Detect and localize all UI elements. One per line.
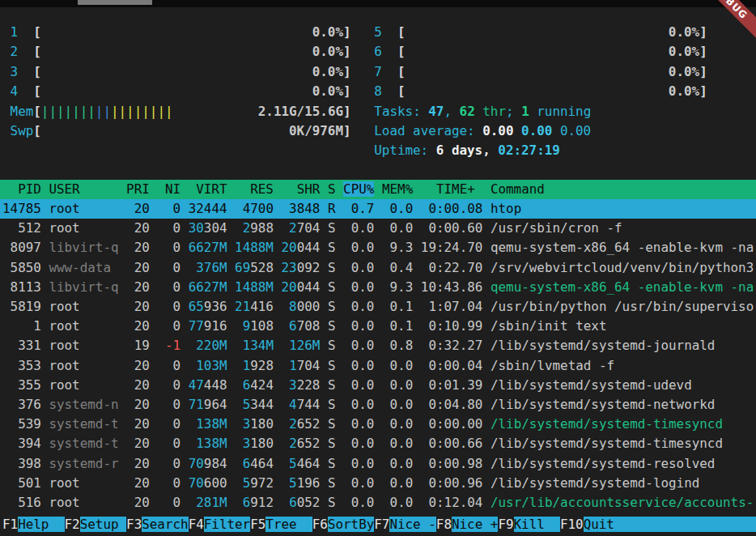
swap-meter: Swp[ 0K/976M] xyxy=(2,123,374,138)
process-row-1[interactable]: 1 root 20 0 77916 9108 6708 S 0.0 0.1 0:… xyxy=(2,318,606,334)
process-row-539[interactable]: 539 systemd-t 20 0 138M 3180 2652 S 0.0 … xyxy=(2,416,723,432)
terminal-line: Mem[||||||||||||||||| 2.11G/15.6G] Tasks… xyxy=(2,102,591,121)
terminal-line: 2 [ 0.0%] 6 [ 0.0%] xyxy=(2,42,707,62)
fkey-bar: F1Help F2Setup F3SearchF4FilterF5Tree F6… xyxy=(2,513,756,536)
fkey-f4[interactable]: F4Filter xyxy=(189,517,251,532)
process-row-14785[interactable]: 14785 root 20 0 32444 4700 3848 R 0.7 0.… xyxy=(2,201,521,216)
process-row-5850[interactable]: 5850 www-data 20 0 376M 69528 23092 S 0.… xyxy=(2,258,754,278)
cpu-meter-3: 3 [ 0.0%] xyxy=(2,64,374,79)
process-row-512[interactable]: 512 root 20 0 30304 2988 2704 S 0.0 0.0 … xyxy=(2,220,622,236)
uptime: Uptime: 6 days, 02:27:19 xyxy=(2,143,560,158)
terminal-line: 4 [ 0.0%] 8 [ 0.0%] xyxy=(2,82,707,101)
process-row-516[interactable]: 516 root 20 0 281M 6912 6052 S 0.0 0.0 0… xyxy=(2,493,754,513)
process-row-5819[interactable]: 5819 root 20 0 65936 21416 8000 S 0.0 0.… xyxy=(2,299,754,314)
column-header-cpu-sort[interactable]: CPU% xyxy=(343,181,374,197)
fkey-f3[interactable]: F3Search xyxy=(126,517,189,532)
process-row-516[interactable]: 516 root 20 0 281M 6912 6052 S 0.0 0.0 0… xyxy=(2,495,754,510)
cpu-meter-7: 7 [ 0.0%] xyxy=(374,64,707,79)
process-row-501[interactable]: 501 root 20 0 70600 5972 5196 S 0.0 0.0 … xyxy=(2,475,699,491)
column-header-user[interactable]: USER xyxy=(49,181,118,197)
process-row-8097[interactable]: 8097 libvirt-q 20 0 6627M 1488M 20044 S … xyxy=(2,238,754,257)
column-header-ni[interactable]: NI xyxy=(157,181,181,197)
terminal-line: Uptime: 6 days, 02:27:19 xyxy=(2,141,560,160)
process-row-353[interactable]: 353 root 20 0 103M 1928 1704 S 0.0 0.0 0… xyxy=(2,356,614,376)
table-header[interactable]: PID USER PRI NI VIRT RES SHR S CPU% MEM%… xyxy=(0,180,756,199)
memory-meter: Mem[||||||||||||||||| 2.11G/15.6G] xyxy=(2,104,374,119)
htop-terminal-screen: DEBUG 1 [ 0.0%] 5 [ 0.0%] 2 [ 0.0%] 6 [ … xyxy=(0,0,756,536)
column-header-time[interactable]: TIME+ xyxy=(436,181,475,197)
column-header-mem[interactable]: MEM% xyxy=(382,181,413,197)
fkey-f6[interactable]: F6SortBy xyxy=(312,517,375,532)
process-row-331[interactable]: 331 root 19 -1 220M 134M 126M S 0.0 0.8 … xyxy=(2,336,715,355)
column-header-command[interactable]: Command xyxy=(491,181,545,197)
cpu-meter-1: 1 [ 0.0%] xyxy=(2,24,374,40)
process-row-501[interactable]: 501 root 20 0 70600 5972 5196 S 0.0 0.0 … xyxy=(2,474,699,493)
load-average: Load average: 0.00 0.00 0.00 xyxy=(374,123,591,138)
terminal-line: 3 [ 0.0%] 7 [ 0.0%] xyxy=(2,62,707,82)
column-header-pid[interactable]: PID xyxy=(2,181,41,197)
cpu-meter-8: 8 [ 0.0%] xyxy=(374,83,707,99)
terminal-line: Swp[ 0K/976M] Load average: 0.00 0.00 0.… xyxy=(2,121,591,141)
process-row-5819[interactable]: 5819 root 20 0 65936 21416 8000 S 0.0 0.… xyxy=(2,297,754,317)
process-row-14785[interactable]: 14785 root 20 0 32444 4700 3848 R 0.7 0.… xyxy=(0,199,756,219)
process-row-331[interactable]: 331 root 19 -1 220M 134M 126M S 0.0 0.8 … xyxy=(2,338,715,353)
debug-ribbon-band: DEBUG xyxy=(689,0,756,45)
fkey-f9[interactable]: F9Kill xyxy=(498,517,560,532)
process-row-394[interactable]: 394 systemd-t 20 0 138M 3180 2652 S 0.0 … xyxy=(2,434,723,453)
column-header-pri[interactable]: PRI xyxy=(126,181,150,197)
process-row-355[interactable]: 355 root 20 0 47448 6424 3228 S 0.0 0.0 … xyxy=(2,377,692,393)
process-row-1[interactable]: 1 root 20 0 77916 9108 6708 S 0.0 0.1 0:… xyxy=(2,317,606,336)
cpu-meter-4: 4 [ 0.0%] xyxy=(2,83,374,99)
process-row-376[interactable]: 376 systemd-n 20 0 71964 5344 4744 S 0.0… xyxy=(2,397,715,412)
fkey-f2[interactable]: F2Setup xyxy=(65,517,127,532)
process-row-398[interactable]: 398 systemd-r 20 0 70984 6464 5464 S 0.0… xyxy=(2,454,715,474)
process-row-355[interactable]: 355 root 20 0 47448 6424 3228 S 0.0 0.0 … xyxy=(2,376,692,395)
process-row-8113[interactable]: 8113 libvirt-q 20 0 6627M 1488M 20044 S … xyxy=(2,279,754,295)
process-row-512[interactable]: 512 root 20 0 30304 2988 2704 S 0.0 0.0 … xyxy=(2,219,622,238)
debug-ribbon: DEBUG xyxy=(682,0,756,52)
fkey-f5[interactable]: F5Tree xyxy=(250,517,312,532)
process-row-8113[interactable]: 8113 libvirt-q 20 0 6627M 1488M 20044 S … xyxy=(2,278,754,297)
tasks-summary: Tasks: 47, 62 thr; 1 running xyxy=(374,104,591,119)
fkey-f8[interactable]: F8Nice + xyxy=(436,517,499,532)
column-header-res[interactable]: RES xyxy=(235,181,274,197)
terminal-tab-indicator[interactable] xyxy=(78,0,152,5)
column-header-virt[interactable]: VIRT xyxy=(189,181,227,197)
process-row-8097[interactable]: 8097 libvirt-q 20 0 6627M 1488M 20044 S … xyxy=(2,240,754,255)
process-row-394[interactable]: 394 systemd-t 20 0 138M 3180 2652 S 0.0 … xyxy=(2,436,723,451)
cpu-meter-5: 5 [ 0.0%] xyxy=(374,24,707,40)
process-row-398[interactable]: 398 systemd-r 20 0 70984 6464 5464 S 0.0… xyxy=(2,456,715,471)
terminal-line: 1 [ 0.0%] 5 [ 0.0%] xyxy=(2,23,707,42)
fkey-f10[interactable]: F10Quit xyxy=(560,517,756,532)
column-header-shr[interactable]: SHR xyxy=(282,181,321,197)
process-row-539[interactable]: 539 systemd-t 20 0 138M 3180 2652 S 0.0 … xyxy=(2,415,723,434)
column-header-state[interactable]: S xyxy=(328,181,336,197)
fkey-f7[interactable]: F7Nice - xyxy=(374,517,436,532)
process-row-5850[interactable]: 5850 www-data 20 0 376M 69528 23092 S 0.… xyxy=(2,260,754,275)
cpu-meter-2: 2 [ 0.0%] xyxy=(2,44,374,59)
fkey-f1[interactable]: F1Help xyxy=(2,517,65,532)
process-row-353[interactable]: 353 root 20 0 103M 1928 1704 S 0.0 0.0 0… xyxy=(2,358,614,373)
process-row-376[interactable]: 376 systemd-n 20 0 71964 5344 4744 S 0.0… xyxy=(2,395,715,415)
cpu-meter-6: 6 [ 0.0%] xyxy=(374,44,707,59)
